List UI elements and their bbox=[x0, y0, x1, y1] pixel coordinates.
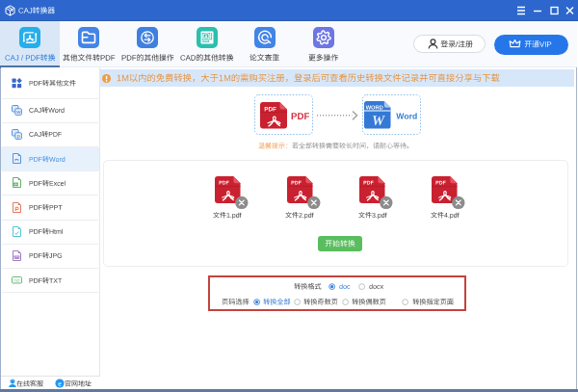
svg-text:JPG: JPG bbox=[13, 255, 18, 259]
svg-text:TXT: TXT bbox=[13, 279, 19, 283]
svg-text:w: w bbox=[14, 109, 20, 115]
